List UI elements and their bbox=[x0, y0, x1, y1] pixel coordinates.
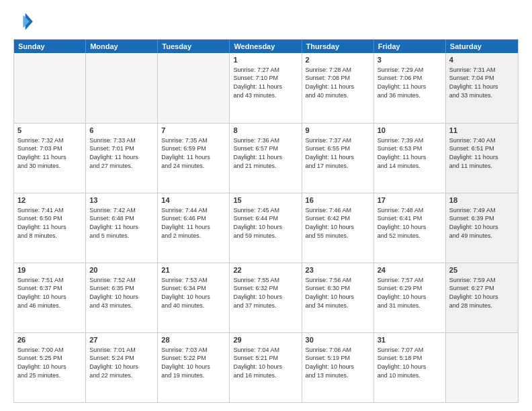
calendar-cell: 30Sunrise: 7:06 AM Sunset: 5:19 PM Dayli… bbox=[302, 333, 374, 402]
day-number: 27 bbox=[89, 335, 154, 345]
day-number: 18 bbox=[449, 195, 515, 205]
cell-info: Sunrise: 7:00 AM Sunset: 5:25 PM Dayligh… bbox=[17, 346, 82, 379]
calendar-cell: 23Sunrise: 7:56 AM Sunset: 6:30 PM Dayli… bbox=[302, 263, 374, 332]
day-header-sunday: Sunday bbox=[14, 40, 86, 53]
calendar-body: 1Sunrise: 7:27 AM Sunset: 7:10 PM Daylig… bbox=[14, 53, 518, 402]
calendar-cell: 28Sunrise: 7:03 AM Sunset: 5:22 PM Dayli… bbox=[158, 333, 230, 402]
calendar-cell: 3Sunrise: 7:29 AM Sunset: 7:06 PM Daylig… bbox=[374, 53, 446, 123]
day-header-friday: Friday bbox=[374, 40, 446, 53]
calendar-cell: 27Sunrise: 7:01 AM Sunset: 5:24 PM Dayli… bbox=[86, 333, 158, 402]
calendar-cell: 17Sunrise: 7:48 AM Sunset: 6:41 PM Dayli… bbox=[374, 193, 446, 263]
day-number: 26 bbox=[17, 335, 82, 345]
cell-info: Sunrise: 7:45 AM Sunset: 6:44 PM Dayligh… bbox=[233, 206, 298, 240]
calendar-cell: 18Sunrise: 7:49 AM Sunset: 6:39 PM Dayli… bbox=[446, 193, 518, 263]
cell-info: Sunrise: 7:59 AM Sunset: 6:27 PM Dayligh… bbox=[449, 276, 515, 310]
calendar-cell: 24Sunrise: 7:57 AM Sunset: 6:29 PM Dayli… bbox=[374, 263, 446, 332]
cell-info: Sunrise: 7:55 AM Sunset: 6:32 PM Dayligh… bbox=[233, 276, 298, 310]
day-number: 24 bbox=[378, 265, 442, 275]
cell-info: Sunrise: 7:41 AM Sunset: 6:50 PM Dayligh… bbox=[17, 206, 82, 240]
calendar-week-5: 26Sunrise: 7:00 AM Sunset: 5:25 PM Dayli… bbox=[14, 332, 518, 402]
calendar-cell: 29Sunrise: 7:04 AM Sunset: 5:21 PM Dayli… bbox=[230, 333, 302, 402]
day-number: 28 bbox=[161, 335, 226, 345]
cell-info: Sunrise: 7:52 AM Sunset: 6:35 PM Dayligh… bbox=[89, 276, 154, 310]
calendar-cell: 13Sunrise: 7:42 AM Sunset: 6:48 PM Dayli… bbox=[86, 193, 158, 263]
cell-info: Sunrise: 7:07 AM Sunset: 5:18 PM Dayligh… bbox=[378, 346, 442, 379]
calendar-cell bbox=[446, 333, 518, 402]
cell-info: Sunrise: 7:48 AM Sunset: 6:41 PM Dayligh… bbox=[378, 206, 442, 240]
calendar-cell: 12Sunrise: 7:41 AM Sunset: 6:50 PM Dayli… bbox=[14, 193, 86, 263]
day-number: 3 bbox=[378, 55, 442, 65]
calendar-week-1: 1Sunrise: 7:27 AM Sunset: 7:10 PM Daylig… bbox=[14, 53, 518, 123]
calendar-cell: 20Sunrise: 7:52 AM Sunset: 6:35 PM Dayli… bbox=[86, 263, 158, 332]
calendar-week-3: 12Sunrise: 7:41 AM Sunset: 6:50 PM Dayli… bbox=[14, 193, 518, 263]
cell-info: Sunrise: 7:37 AM Sunset: 6:55 PM Dayligh… bbox=[306, 136, 370, 170]
calendar-cell: 25Sunrise: 7:59 AM Sunset: 6:27 PM Dayli… bbox=[446, 263, 518, 332]
cell-info: Sunrise: 7:32 AM Sunset: 7:03 PM Dayligh… bbox=[17, 136, 82, 170]
calendar-cell: 21Sunrise: 7:53 AM Sunset: 6:34 PM Dayli… bbox=[158, 263, 230, 332]
day-number: 4 bbox=[449, 55, 515, 65]
calendar-header: SundayMondayTuesdayWednesdayThursdayFrid… bbox=[14, 40, 518, 53]
calendar-cell bbox=[86, 53, 158, 123]
day-header-thursday: Thursday bbox=[302, 40, 374, 53]
day-number: 14 bbox=[161, 195, 226, 205]
cell-info: Sunrise: 7:27 AM Sunset: 7:10 PM Dayligh… bbox=[233, 66, 298, 99]
calendar-cell: 31Sunrise: 7:07 AM Sunset: 5:18 PM Dayli… bbox=[374, 333, 446, 402]
cell-info: Sunrise: 7:36 AM Sunset: 6:57 PM Dayligh… bbox=[233, 136, 298, 170]
day-number: 16 bbox=[306, 195, 370, 205]
calendar-cell: 6Sunrise: 7:33 AM Sunset: 7:01 PM Daylig… bbox=[86, 124, 158, 193]
day-number: 6 bbox=[89, 126, 154, 136]
calendar-cell: 16Sunrise: 7:46 AM Sunset: 6:42 PM Dayli… bbox=[302, 193, 374, 263]
calendar-cell: 4Sunrise: 7:31 AM Sunset: 7:04 PM Daylig… bbox=[446, 53, 518, 123]
calendar-cell: 8Sunrise: 7:36 AM Sunset: 6:57 PM Daylig… bbox=[230, 124, 302, 193]
header bbox=[13, 11, 519, 32]
calendar-cell: 19Sunrise: 7:51 AM Sunset: 6:37 PM Dayli… bbox=[14, 263, 86, 332]
cell-info: Sunrise: 7:35 AM Sunset: 6:59 PM Dayligh… bbox=[161, 136, 226, 170]
calendar-cell: 15Sunrise: 7:45 AM Sunset: 6:44 PM Dayli… bbox=[230, 193, 302, 263]
calendar-cell: 10Sunrise: 7:39 AM Sunset: 6:53 PM Dayli… bbox=[374, 124, 446, 193]
day-number: 25 bbox=[449, 265, 515, 275]
day-number: 31 bbox=[378, 335, 442, 345]
cell-info: Sunrise: 7:39 AM Sunset: 6:53 PM Dayligh… bbox=[378, 136, 442, 170]
logo bbox=[13, 11, 38, 32]
day-number: 21 bbox=[161, 265, 226, 275]
day-number: 7 bbox=[161, 126, 226, 136]
cell-info: Sunrise: 7:01 AM Sunset: 5:24 PM Dayligh… bbox=[89, 346, 154, 379]
calendar-cell: 22Sunrise: 7:55 AM Sunset: 6:32 PM Dayli… bbox=[230, 263, 302, 332]
day-number: 5 bbox=[17, 126, 82, 136]
cell-info: Sunrise: 7:04 AM Sunset: 5:21 PM Dayligh… bbox=[233, 346, 298, 379]
calendar-cell: 2Sunrise: 7:28 AM Sunset: 7:08 PM Daylig… bbox=[302, 53, 374, 123]
calendar-cell: 26Sunrise: 7:00 AM Sunset: 5:25 PM Dayli… bbox=[14, 333, 86, 402]
cell-info: Sunrise: 7:28 AM Sunset: 7:08 PM Dayligh… bbox=[306, 66, 370, 99]
calendar-week-2: 5Sunrise: 7:32 AM Sunset: 7:03 PM Daylig… bbox=[14, 123, 518, 193]
cell-info: Sunrise: 7:44 AM Sunset: 6:46 PM Dayligh… bbox=[161, 206, 226, 240]
calendar-week-4: 19Sunrise: 7:51 AM Sunset: 6:37 PM Dayli… bbox=[14, 263, 518, 332]
day-number: 1 bbox=[233, 55, 298, 65]
calendar-cell: 1Sunrise: 7:27 AM Sunset: 7:10 PM Daylig… bbox=[230, 53, 302, 123]
calendar-cell bbox=[158, 53, 230, 123]
day-header-monday: Monday bbox=[86, 40, 158, 53]
day-number: 15 bbox=[233, 195, 298, 205]
cell-info: Sunrise: 7:29 AM Sunset: 7:06 PM Dayligh… bbox=[378, 66, 442, 99]
calendar-cell: 11Sunrise: 7:40 AM Sunset: 6:51 PM Dayli… bbox=[446, 124, 518, 193]
calendar-cell: 5Sunrise: 7:32 AM Sunset: 7:03 PM Daylig… bbox=[14, 124, 86, 193]
day-number: 11 bbox=[449, 126, 515, 136]
day-number: 19 bbox=[17, 265, 82, 275]
cell-info: Sunrise: 7:51 AM Sunset: 6:37 PM Dayligh… bbox=[17, 276, 82, 310]
day-number: 8 bbox=[233, 126, 298, 136]
day-number: 30 bbox=[306, 335, 370, 345]
cell-info: Sunrise: 7:49 AM Sunset: 6:39 PM Dayligh… bbox=[449, 206, 515, 240]
day-header-tuesday: Tuesday bbox=[158, 40, 230, 53]
day-number: 17 bbox=[378, 195, 442, 205]
page: SundayMondayTuesdayWednesdayThursdayFrid… bbox=[0, 0, 532, 411]
day-number: 10 bbox=[378, 126, 442, 136]
day-number: 13 bbox=[89, 195, 154, 205]
calendar-cell bbox=[14, 53, 86, 123]
cell-info: Sunrise: 7:33 AM Sunset: 7:01 PM Dayligh… bbox=[89, 136, 154, 170]
day-number: 29 bbox=[233, 335, 298, 345]
day-number: 22 bbox=[233, 265, 298, 275]
day-number: 9 bbox=[306, 126, 370, 136]
calendar-cell: 9Sunrise: 7:37 AM Sunset: 6:55 PM Daylig… bbox=[302, 124, 374, 193]
logo-icon bbox=[13, 11, 35, 32]
calendar-cell: 14Sunrise: 7:44 AM Sunset: 6:46 PM Dayli… bbox=[158, 193, 230, 263]
cell-info: Sunrise: 7:06 AM Sunset: 5:19 PM Dayligh… bbox=[306, 346, 370, 379]
